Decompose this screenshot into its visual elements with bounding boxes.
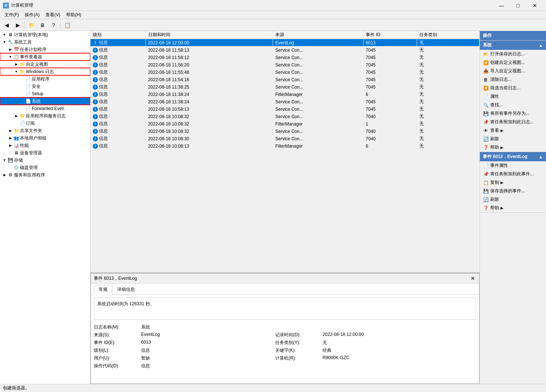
table-row[interactable]: i 信息 2022-08-18 11:55:48 Service Con... … (91, 69, 480, 76)
view-button[interactable]: 📋 (62, 20, 72, 30)
sidebar-item-systemtools[interactable]: ▼ 🔧 系统工具 (0, 38, 90, 46)
sidebar-item-devicemanager[interactable]: ▶ 🖥 设备管理器 (0, 149, 90, 157)
action-item[interactable]: 🔍查找... (480, 101, 546, 109)
action-item[interactable]: 📌将任务附加到此日志... (480, 118, 546, 126)
sidebar-item-system[interactable]: ▶ 📄 系统 (0, 97, 90, 105)
col-eventid[interactable]: 事件 ID (364, 31, 417, 39)
tab-details[interactable]: 详细信息 (112, 285, 140, 294)
expand-services[interactable]: ▶ (1, 172, 7, 178)
expand-customviews[interactable]: ▶ (13, 61, 19, 67)
expand-taskscheduler[interactable]: ▶ (7, 47, 13, 52)
action-item[interactable]: 🔄刷新 (480, 135, 546, 143)
back-button[interactable]: ◀ (1, 20, 12, 30)
maximize-button[interactable]: □ (510, 0, 526, 11)
action-header-system[interactable]: 系统 ▲ (480, 41, 546, 50)
expand-systemtools[interactable]: ▼ (1, 39, 7, 45)
action-item[interactable]: ❓帮助▶ (480, 143, 546, 152)
minimize-button[interactable]: — (493, 0, 510, 11)
menu-file[interactable]: 文件(F) (1, 11, 22, 19)
table-row[interactable]: i 信息 2022-08-18 11:38:24 Service Con... … (91, 98, 480, 106)
sidebar-item-subscriptions[interactable]: ▶ 📄 订阅 (0, 120, 90, 127)
system-icon: 📄 (25, 98, 31, 104)
computer-button[interactable]: 🖥 (37, 20, 48, 30)
col-datetime[interactable]: 日期和时间 (146, 31, 273, 39)
expand-sharedfolders[interactable]: ▶ (7, 128, 13, 134)
sidebar-item-customviews[interactable]: ▶ 📁 自定义视图 (0, 61, 90, 68)
table-row[interactable]: i 信息 2022-08-18 10:08:32 FilterManager 1… (91, 120, 480, 128)
table-row[interactable]: i 信息 2022-08-18 11:56:20 Service Con... … (91, 61, 480, 69)
table-row[interactable]: i 信息 2022-08-18 11:54:16 Service Con... … (91, 76, 480, 83)
sidebar-label-services: 服务和应用程序 (14, 172, 45, 178)
expand-performance[interactable]: ▶ (7, 142, 13, 148)
menu-action[interactable]: 操作(A) (22, 11, 42, 19)
action-item[interactable]: 📄事件属性 (480, 161, 546, 170)
action-item[interactable]: 📌将任务附加到此事件... (480, 170, 546, 178)
eventviewer-icon: 📋 (13, 54, 19, 60)
sidebar-item-computer[interactable]: ▼ 🖥 计算机管理(本地) (0, 31, 90, 38)
cell-source: Service Con... (273, 61, 364, 69)
sidebar-item-eventviewer[interactable]: ▼ 📋 事件查看器 (0, 53, 90, 61)
col-task[interactable]: 任务类别 (417, 31, 480, 39)
info-icon: i (93, 92, 98, 97)
cell-level: i 信息 (91, 91, 146, 98)
action-item[interactable]: 💾将所有事件另存为... (480, 109, 546, 118)
sidebar-item-sharedfolders[interactable]: ▶ 📁 共享文件夹 (0, 127, 90, 134)
menu-help[interactable]: 帮助(H) (63, 11, 84, 19)
sidebar-item-application[interactable]: ▶ 📄 应用程序 (0, 75, 90, 83)
sidebar-item-forwardedevents[interactable]: ▶ 📄 Forwarded Even (0, 105, 90, 112)
detail-close-button[interactable]: ✕ (470, 275, 476, 282)
sidebar-item-localusers[interactable]: ▶ 👥 本地用户和组 (0, 134, 90, 142)
sidebar-item-appservlogs[interactable]: ▶ 📁 应用程序和服务日志 (0, 112, 90, 120)
menu-view[interactable]: 查看(V) (42, 11, 63, 19)
expand-eventviewer[interactable]: ▼ (7, 54, 13, 60)
sidebar-item-setup[interactable]: ▶ 📄 Setup (0, 90, 90, 97)
expand-storage[interactable]: ▼ (1, 157, 7, 163)
table-row[interactable]: i 信息 2022-08-18 11:58:13 Service Con... … (91, 47, 480, 54)
table-row[interactable]: i 信息 2022-08-18 12:00:00 EventLog 6013 无 (91, 39, 480, 47)
event-list[interactable]: 级别 日期和时间 来源 事件 ID 任务类别 i 信息 2022-08-18 1… (91, 31, 480, 273)
info-icon: i (93, 114, 98, 119)
open-button[interactable]: 📁 (26, 20, 37, 30)
action-item[interactable]: ❓帮助▶ (480, 204, 546, 212)
expand-windowslogs[interactable]: ▼ (13, 69, 19, 75)
table-row[interactable]: i 信息 2022-08-18 10:08:30 Service Con... … (91, 135, 480, 142)
help-button[interactable]: ? (48, 20, 59, 30)
action-label: 清除日志... (490, 76, 512, 83)
table-row[interactable]: i 信息 2022-08-18 11:58:12 Service Con... … (91, 54, 480, 61)
action-item[interactable]: 🔽创建自定义视图... (480, 58, 546, 67)
col-level[interactable]: 级别 (91, 31, 146, 39)
action-item[interactable]: 🔽筛选当前日志... (480, 84, 546, 92)
table-row[interactable]: i 信息 2022-08-18 10:08:13 FilterManager 6… (91, 142, 480, 150)
expand-localusers[interactable]: ▶ (7, 135, 13, 141)
action-item[interactable]: 📋复制▶ (480, 178, 546, 187)
sidebar-item-windowslogs[interactable]: ▼ 📁 Windows 日志 (0, 68, 90, 75)
table-row[interactable]: i 信息 2022-08-18 10:58:13 Service Con... … (91, 106, 480, 113)
action-header-event[interactable]: 事件 6013，EventLog ▲ (480, 152, 546, 161)
detail-message: 系统启动时间为 126331 秒。 (97, 301, 154, 306)
expand-computer[interactable]: ▼ (1, 32, 7, 38)
sidebar-item-security[interactable]: ▶ 📄 安全 (0, 83, 90, 90)
sidebar-item-storage[interactable]: ▼ 💾 存储 (0, 157, 90, 164)
action-item[interactable]: 🔄刷新 (480, 195, 546, 204)
table-row[interactable]: i 信息 2022-08-18 11:38:25 Service Con... … (91, 83, 480, 91)
tab-general[interactable]: 常规 (94, 285, 112, 295)
close-button[interactable]: ✕ (526, 0, 543, 11)
expand-appservlogs[interactable]: ▶ (13, 113, 19, 119)
col-source[interactable]: 来源 (273, 31, 364, 39)
action-header-operations[interactable]: 操作 (480, 31, 546, 40)
table-row[interactable]: i 信息 2022-08-18 10:08:32 Service Con... … (91, 113, 480, 120)
sidebar-item-services[interactable]: ▶ ⚙ 服务和应用程序 (0, 171, 90, 179)
action-item[interactable]: 📂打开保存的日志... (480, 50, 546, 58)
sidebar-item-performance[interactable]: ▶ 📊 性能 (0, 142, 90, 149)
sidebar-item-diskmanager[interactable]: ▶ 💿 磁盘管理 (0, 164, 90, 171)
table-row[interactable]: i 信息 2022-08-18 10:08:32 Service Con... … (91, 128, 480, 135)
action-item[interactable]: 👁查看▶ (480, 126, 546, 135)
action-item[interactable]: 💾保存选择的事件... (480, 187, 546, 195)
action-item[interactable]: 📄属性 (480, 92, 546, 101)
action-item[interactable]: 🗑清除日志... (480, 75, 546, 84)
sidebar-item-taskscheduler[interactable]: ▶ 📅 任务计划程序 (0, 46, 90, 53)
forward-button[interactable]: ▶ (13, 20, 23, 30)
action-item[interactable]: 📥导入自定义视图... (480, 67, 546, 75)
table-row[interactable]: i 信息 2022-08-18 11:38:24 FilterManager 6… (91, 91, 480, 98)
cell-eventid: 7040 (364, 128, 417, 135)
